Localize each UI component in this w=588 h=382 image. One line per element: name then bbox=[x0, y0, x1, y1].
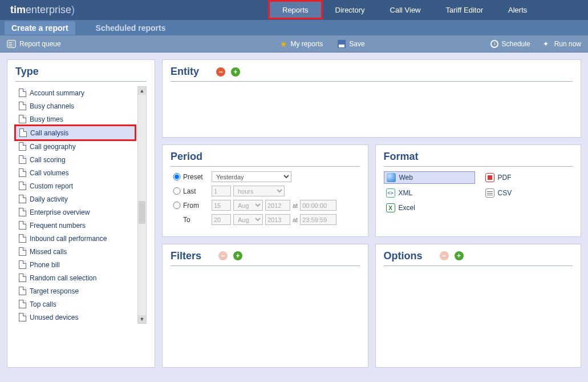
tab-create-report[interactable]: Create a report bbox=[5, 21, 75, 35]
type-item[interactable]: Busy channels bbox=[15, 99, 135, 112]
entity-add-icon[interactable]: + bbox=[231, 67, 240, 77]
period-preset-select[interactable]: Yesterday bbox=[212, 171, 291, 182]
document-icon bbox=[19, 300, 26, 308]
from-month[interactable]: Aug bbox=[233, 200, 263, 211]
filters-heading: Filters bbox=[171, 250, 201, 262]
clock-icon bbox=[490, 40, 498, 48]
options-add-icon[interactable]: + bbox=[455, 251, 464, 260]
to-month[interactable]: Aug bbox=[233, 214, 263, 225]
period-from-radio[interactable] bbox=[171, 202, 183, 209]
filters-add-icon[interactable]: + bbox=[233, 251, 242, 260]
nav-directory[interactable]: Directory bbox=[323, 0, 378, 19]
schedule-label: Schedule bbox=[502, 40, 530, 48]
type-item-label: Unused devices bbox=[30, 313, 78, 321]
schedule-button[interactable]: Schedule bbox=[490, 40, 530, 48]
type-item[interactable]: Phone bill bbox=[15, 258, 135, 271]
period-preset-radio[interactable] bbox=[171, 173, 183, 180]
type-item[interactable]: Busy times bbox=[15, 112, 135, 126]
format-xml[interactable]: XML bbox=[384, 187, 475, 199]
star-icon: ★ bbox=[280, 39, 287, 49]
type-item-label: Call scoring bbox=[30, 156, 66, 164]
period-last-unit[interactable]: hours bbox=[233, 186, 285, 196]
type-item[interactable]: Call scoring bbox=[15, 153, 135, 166]
pdf-icon bbox=[485, 173, 494, 182]
type-item[interactable]: Custom report bbox=[15, 179, 135, 192]
content-area: Type Account summaryBusy channelsBusy ti… bbox=[0, 53, 588, 375]
format-heading: Format bbox=[384, 151, 573, 167]
type-item[interactable]: Missed calls bbox=[15, 245, 135, 258]
type-item-label: Daily activity bbox=[30, 195, 68, 203]
toolbar: Report queue ★ My reports Save Schedule … bbox=[0, 35, 588, 53]
to-day[interactable] bbox=[212, 214, 231, 225]
document-icon bbox=[19, 142, 26, 151]
my-reports-button[interactable]: ★ My reports bbox=[280, 39, 323, 49]
from-year[interactable] bbox=[265, 200, 290, 211]
document-icon bbox=[19, 182, 26, 190]
type-item[interactable]: Top calls bbox=[15, 297, 135, 311]
type-item-label: Inbound call performance bbox=[30, 235, 107, 243]
type-item-label: Call volumes bbox=[30, 169, 69, 177]
type-item-label: Target response bbox=[30, 287, 79, 295]
type-item[interactable]: Enterprise overview bbox=[15, 206, 135, 219]
format-web[interactable]: Web bbox=[384, 171, 475, 184]
from-time[interactable] bbox=[300, 200, 336, 211]
logo: timenterprise) bbox=[0, 4, 268, 16]
options-remove-icon[interactable]: − bbox=[440, 251, 449, 260]
type-item[interactable]: Frequent numbers bbox=[15, 219, 135, 232]
to-year[interactable] bbox=[265, 214, 290, 225]
period-last-value[interactable] bbox=[212, 186, 231, 196]
period-heading: Period bbox=[171, 151, 360, 167]
format-csv[interactable]: CSV bbox=[483, 187, 551, 199]
format-excel[interactable]: Excel bbox=[384, 202, 475, 214]
type-item-label: Custom report bbox=[30, 182, 73, 190]
period-last-radio[interactable] bbox=[171, 187, 183, 195]
document-icon bbox=[19, 128, 27, 137]
type-item[interactable]: Unused devices bbox=[15, 311, 135, 324]
document-icon bbox=[19, 274, 26, 282]
type-item[interactable]: Call analysis bbox=[15, 126, 135, 140]
scroll-up-icon[interactable]: ▲ bbox=[138, 87, 146, 95]
document-icon bbox=[19, 313, 26, 321]
tab-scheduled-reports[interactable]: Scheduled reports bbox=[89, 21, 173, 35]
filters-remove-icon[interactable]: − bbox=[218, 251, 228, 260]
type-item[interactable]: Target response bbox=[15, 284, 135, 297]
type-item-label: Frequent numbers bbox=[30, 222, 86, 230]
save-button[interactable]: Save bbox=[338, 40, 364, 48]
top-bar: timenterprise) Reports Directory Call Vi… bbox=[0, 0, 588, 19]
type-item-label: Busy times bbox=[30, 115, 63, 123]
nav-alerts[interactable]: Alerts bbox=[496, 0, 540, 19]
period-panel: Period Preset Yesterday Last hours From … bbox=[162, 144, 368, 236]
save-label: Save bbox=[349, 40, 364, 48]
type-item[interactable]: Daily activity bbox=[15, 192, 135, 206]
scroll-thumb[interactable] bbox=[139, 201, 145, 224]
scroll-down-icon[interactable]: ▼ bbox=[138, 315, 146, 323]
scrollbar[interactable]: ▲ ▼ bbox=[137, 86, 147, 324]
format-panel: Format Web PDF XML CSV Excel bbox=[375, 144, 582, 236]
type-list: Account summaryBusy channelsBusy timesCa… bbox=[15, 86, 135, 324]
document-icon bbox=[19, 195, 26, 203]
format-pdf[interactable]: PDF bbox=[483, 171, 551, 184]
document-icon bbox=[19, 287, 26, 295]
type-item-label: Enterprise overview bbox=[30, 208, 90, 216]
type-item[interactable]: Inbound call performance bbox=[15, 232, 135, 245]
report-queue-label: Report queue bbox=[19, 40, 61, 48]
nav-tariff-editor[interactable]: Tariff Editor bbox=[433, 0, 496, 19]
report-queue-button[interactable]: Report queue bbox=[7, 40, 61, 48]
entity-remove-icon[interactable]: − bbox=[216, 67, 225, 77]
logo-suffix: enterprise bbox=[26, 4, 71, 15]
type-item[interactable]: Account summary bbox=[15, 86, 135, 99]
type-item-label: Call geography bbox=[30, 143, 76, 151]
from-at: at bbox=[293, 202, 298, 209]
period-to-label: To bbox=[183, 216, 212, 224]
nav-reports[interactable]: Reports bbox=[268, 0, 323, 19]
to-time[interactable] bbox=[300, 214, 336, 225]
type-item[interactable]: Random call selection bbox=[15, 271, 135, 284]
type-item[interactable]: Call geography bbox=[15, 140, 135, 153]
run-now-button[interactable]: ✦ Run now bbox=[543, 40, 581, 48]
type-item[interactable]: Call volumes bbox=[15, 166, 135, 179]
document-icon bbox=[19, 260, 26, 269]
document-icon bbox=[19, 115, 26, 123]
nav-call-view[interactable]: Call View bbox=[378, 0, 433, 19]
from-day[interactable] bbox=[212, 200, 231, 211]
save-icon bbox=[338, 40, 346, 48]
